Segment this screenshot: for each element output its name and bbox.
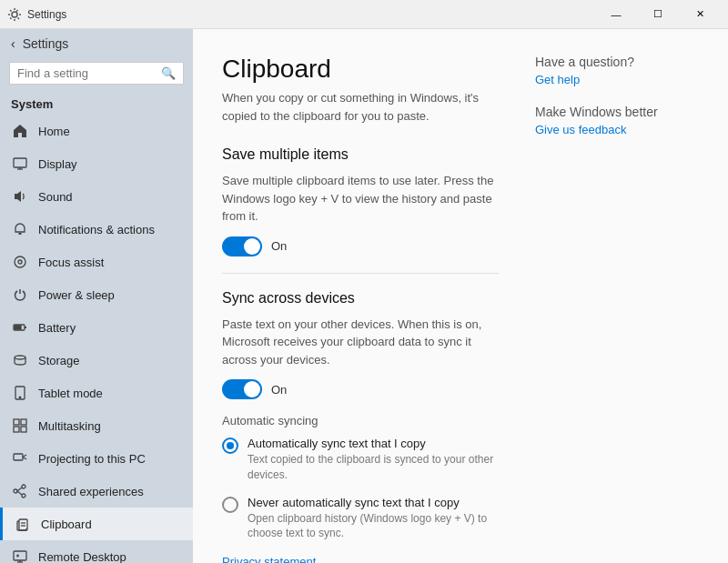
content-main: Clipboard When you copy or cut something… [222, 55, 499, 538]
save-toggle-row: On [222, 236, 499, 256]
focus-icon [11, 255, 29, 269]
sidebar-item-display[interactable]: Display [0, 147, 193, 180]
svg-point-20 [22, 485, 25, 488]
radio-never-sublabel: Open clipboard history (Windows logo key… [248, 511, 499, 542]
sidebar-item-label-notifications: Notifications & actions [38, 223, 182, 236]
radio-never-label: Never automatically sync text that I cop… [248, 496, 499, 509]
save-toggle[interactable] [222, 236, 262, 256]
sidebar-item-storage[interactable]: Storage [0, 344, 193, 377]
sync-toggle-row: On [222, 379, 499, 399]
sync-toggle[interactable] [222, 379, 262, 399]
sidebar-item-label-display: Display [38, 157, 182, 171]
maximize-button[interactable]: ☐ [637, 0, 679, 29]
shared-icon [11, 484, 29, 498]
svg-point-22 [14, 489, 17, 493]
help-question-title: Have a question? [535, 55, 699, 69]
svg-point-6 [18, 260, 22, 264]
radio-never-content: Never automatically sync text that I cop… [248, 496, 499, 542]
sidebar-item-power[interactable]: Power & sleep [0, 278, 193, 311]
home-icon [11, 124, 29, 138]
sidebar-item-label-storage: Storage [38, 354, 182, 367]
notifications-icon [11, 222, 29, 236]
sidebar-item-label-multitasking: Multitasking [38, 419, 182, 433]
privacy-statement-link[interactable]: Privacy statement [222, 555, 316, 563]
sidebar-item-label-battery: Battery [38, 321, 182, 335]
radio-auto[interactable] [222, 437, 238, 454]
svg-rect-16 [21, 427, 26, 432]
save-section-title: Save multiple items [222, 146, 499, 163]
sidebar-item-projecting[interactable]: Projecting to this PC [0, 442, 193, 475]
sound-icon [11, 189, 29, 204]
remote-icon [11, 549, 29, 563]
sidebar-item-shared[interactable]: Shared experiences [0, 475, 193, 508]
svg-rect-1 [14, 158, 26, 167]
search-input[interactable] [17, 66, 145, 80]
tablet-icon [11, 386, 29, 400]
close-button[interactable]: ✕ [679, 0, 721, 29]
sidebar-item-focus[interactable]: Focus assist [0, 246, 193, 278]
svg-point-5 [15, 256, 25, 267]
sidebar-item-multitasking[interactable]: Multitasking [0, 409, 193, 442]
feedback-link[interactable]: Give us feedback [535, 123, 699, 136]
save-toggle-label: On [271, 239, 287, 253]
sync-section-title: Sync across devices [222, 290, 499, 307]
sidebar-item-battery[interactable]: Battery [0, 311, 193, 344]
svg-point-21 [22, 494, 25, 498]
radio-auto-sublabel: Text copied to the clipboard is synced t… [248, 452, 499, 483]
sidebar-item-label-power: Power & sleep [38, 288, 182, 302]
svg-rect-28 [14, 551, 26, 560]
get-help-link[interactable]: Get help [535, 73, 699, 86]
sidebar-item-clipboard[interactable]: Clipboard [0, 508, 193, 540]
sidebar-back[interactable]: ‹ Settings [0, 29, 193, 58]
content-area: Clipboard When you copy or cut something… [193, 29, 728, 563]
titlebar-left: Settings [7, 7, 66, 22]
sidebar-item-label-sound: Sound [38, 190, 182, 204]
titlebar: Settings — ☐ ✕ [0, 0, 728, 29]
radio-auto-content: Automatically sync text that I copy Text… [248, 437, 499, 483]
sidebar-item-notifications[interactable]: Notifications & actions [0, 213, 193, 246]
svg-rect-9 [15, 326, 21, 329]
clipboard-icon [14, 517, 32, 531]
svg-point-12 [19, 397, 21, 398]
svg-line-23 [17, 488, 22, 491]
multitasking-icon [11, 418, 29, 433]
page-title: Clipboard [222, 55, 499, 84]
sidebar-item-label-remote: Remote Desktop [38, 550, 182, 564]
sidebar-item-sound[interactable]: Sound [0, 180, 193, 213]
sidebar-item-label-clipboard: Clipboard [41, 518, 182, 531]
app-container: ‹ Settings 🔍 System Home Display Sound [0, 29, 728, 563]
sidebar-item-label-shared: Shared experiences [38, 485, 182, 498]
sidebar: ‹ Settings 🔍 System Home Display Sound [0, 29, 193, 563]
sync-section-desc: Paste text on your other devices. When t… [222, 316, 499, 369]
svg-rect-14 [21, 419, 26, 425]
back-arrow-icon: ‹ [11, 36, 15, 51]
minimize-button[interactable]: — [595, 0, 637, 29]
radio-never[interactable] [222, 497, 238, 513]
svg-rect-13 [14, 419, 19, 425]
sidebar-item-home[interactable]: Home [0, 115, 193, 147]
auto-sync-label: Automatic syncing [222, 414, 499, 427]
search-icon: 🔍 [161, 66, 176, 80]
radio-item-never: Never automatically sync text that I cop… [222, 496, 499, 542]
page-subtitle: When you copy or cut something in Window… [222, 89, 499, 125]
sidebar-item-remote[interactable]: Remote Desktop [0, 540, 193, 563]
radio-auto-label: Automatically sync text that I copy [248, 437, 499, 450]
help-sidebar: Have a question? Get help Make Windows b… [535, 55, 699, 538]
sidebar-item-tablet[interactable]: Tablet mode [0, 377, 193, 409]
settings-app-icon [7, 7, 22, 22]
titlebar-controls: — ☐ ✕ [595, 0, 721, 29]
storage-icon [11, 353, 29, 367]
sync-toggle-label: On [271, 383, 287, 397]
sidebar-item-label-focus: Focus assist [38, 256, 182, 269]
svg-rect-15 [14, 427, 19, 432]
projecting-icon [11, 451, 29, 466]
sidebar-item-label-home: Home [38, 125, 182, 138]
svg-rect-17 [14, 454, 23, 460]
help-windows-title: Make Windows better [535, 105, 699, 119]
battery-icon [11, 320, 29, 335]
divider-1 [222, 273, 499, 274]
svg-point-0 [12, 12, 17, 17]
display-icon [11, 156, 29, 171]
sidebar-item-label-tablet: Tablet mode [38, 387, 182, 400]
radio-item-auto: Automatically sync text that I copy Text… [222, 437, 499, 483]
